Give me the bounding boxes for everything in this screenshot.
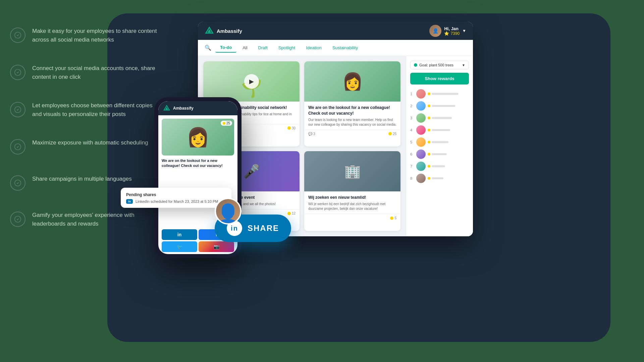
pending-item: in LinkedIn scheduled for March 23, 2023… [126,199,226,204]
coin-icon: ⭐ [444,31,449,36]
coin-icon-3 [287,212,291,215]
post-meta-4: 5 [304,214,400,222]
post-desc-4: Wil je werken bij een bedrijf dat zich b… [308,202,396,211]
feature-item-4: Maximize exposure with automatic schedul… [10,138,161,155]
tab-todo[interactable]: To-do [215,43,236,53]
post-card-4[interactable]: 🏢 Wij zoeken een nieuw teamlid! Wil je w… [304,151,400,231]
instagram-share-button[interactable]: 📷 [199,241,234,252]
lb-bar-3 [432,117,452,119]
ambassify-logo-icon [205,26,214,36]
chevron-goal-icon: ▼ [462,63,465,67]
feature-text-5: Share campaigns in multiple languages [32,175,132,183]
feature-item-2: Connect your social media accounts once,… [10,64,161,81]
user-greeting: Hi, Jan [444,26,460,31]
post-meta-2: 💬 3 25 [304,130,400,138]
mobile-coin-icon [223,122,225,125]
linkedin-share-button[interactable]: in [162,229,197,240]
lb-bar-6 [432,153,447,155]
app-logo: Ambassify [205,26,242,36]
tab-sustainability[interactable]: Sustainability [328,43,363,52]
user-avatar: 👤 [429,25,441,37]
mobile-app-name: Ambassify [173,106,194,111]
post-title-4: Wij zoeken een nieuw teamlid! [308,195,396,200]
coin-icon-2 [388,132,392,135]
post-image-2: 👩 [304,61,400,102]
lb-item-5: 5 [410,137,469,147]
lb-coin-8 [428,177,430,180]
user-points: ⭐ 7390 [444,31,460,36]
lb-bar-wrap-2 [428,105,469,107]
goal-label: Goal: plant 500 trees [419,63,453,67]
lb-item-7: 7 [410,162,469,171]
lb-coin-4 [428,129,430,131]
post-body-2: We are on the lookout for a new colleagu… [304,102,400,130]
lb-avatar-2 [416,101,426,111]
lb-item-8: 8 [410,174,469,183]
points-value-3: 12 [292,212,296,215]
play-button-1[interactable]: ▶ [244,74,259,89]
feature-text-6: Gamify your employees' experience with l… [32,211,161,228]
twitter-share-button[interactable]: 🐦 [162,241,197,252]
features-panel: Make it easy for your employees to share… [10,27,161,248]
lb-avatar-6 [416,149,426,159]
lb-bar-7 [432,165,445,167]
pending-title: Pending shares [126,192,226,197]
post-comments-2: 💬 3 [308,132,315,136]
lb-bar-wrap-1 [428,93,469,95]
lb-coin-5 [428,141,430,143]
feature-icon-1 [10,27,25,43]
feature-icon-2 [10,65,25,80]
person-avatar-bottom: 👤 [215,198,241,225]
lb-rank-1: 1 [410,92,414,96]
lb-rank-3: 3 [410,116,414,120]
post-desc-2: Our team is looking for a new team membe… [308,118,396,127]
lb-bar-1 [432,93,459,95]
post-points-4: 5 [390,216,396,220]
mobile-coins: 25 [226,121,230,125]
lb-item-3: 3 [410,113,469,123]
lb-bar-8 [432,177,443,179]
lb-rank-2: 2 [410,104,414,108]
app-name: Ambassify [217,28,242,34]
lb-bar-wrap-4 [428,129,469,131]
post-image-4: 🏢 [304,151,400,191]
tab-ideation[interactable]: Ideation [301,43,326,52]
feature-icon-5 [10,175,25,191]
comment-icon-2: 💬 [308,132,312,136]
app-header: Ambassify 👤 Hi, Jan ⭐ 7390 ▼ [198,22,473,40]
lb-avatar-4 [416,125,426,135]
lb-item-2: 2 [410,101,469,111]
linkedin-badge: in [126,199,133,204]
feature-item-1: Make it easy for your employees to share… [10,27,161,44]
tab-spotlight[interactable]: Spotlight [274,43,300,52]
lb-avatar-1 [416,89,426,99]
show-rewards-button[interactable]: Show rewards [410,73,469,84]
lb-bar-wrap-8 [428,177,469,180]
tab-draft[interactable]: Draft [254,43,272,52]
post-points-3: 12 [287,212,296,215]
lb-coin-1 [428,93,430,95]
leaderboard-list: 1 2 3 [410,89,469,183]
feature-item-3: Let employees choose between different c… [10,101,161,118]
share-label: SHARE [248,224,279,233]
lb-bar-4 [432,129,450,131]
feature-text-1: Make it easy for your employees to share… [32,27,161,44]
lb-avatar-5 [416,137,426,147]
tab-all[interactable]: All [238,43,252,52]
search-icon[interactable]: 🔍 [205,45,211,51]
feature-icon-4 [10,139,25,155]
lb-bar-wrap-5 [428,141,469,143]
chevron-down-icon[interactable]: ▼ [462,28,466,33]
post-card-2[interactable]: 👩 We are on the lookout for a new collea… [304,61,400,146]
lb-bar-wrap-7 [428,165,469,168]
feature-item-6: Gamify your employees' experience with l… [10,211,161,228]
lb-bar-2 [432,105,455,107]
app-header-right: 👤 Hi, Jan ⭐ 7390 ▼ [429,25,466,37]
lb-bar-5 [432,141,448,143]
mobile-card: 👩 25 We are on the lookout for a new col… [162,119,234,169]
coin-icon-4 [390,217,393,220]
leaderboard-sidebar: Goal: plant 500 trees ▼ Show rewards 1 2 [406,56,473,236]
pending-shares-popup: Pending shares in LinkedIn scheduled for… [121,188,231,208]
goal-dropdown[interactable]: Goal: plant 500 trees ▼ [410,61,469,69]
coin-icon-1 [287,126,291,130]
